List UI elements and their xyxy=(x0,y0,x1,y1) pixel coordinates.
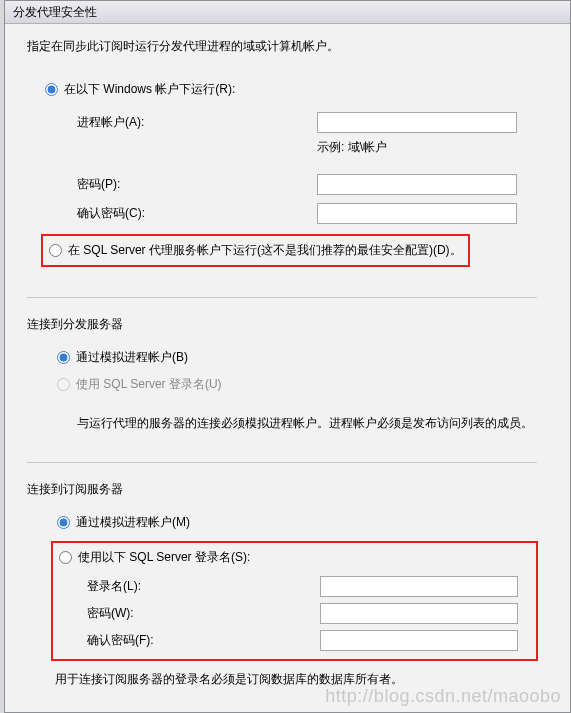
process-account-row: 进程帐户(A): xyxy=(27,112,558,133)
password-label: 密码(P): xyxy=(77,176,317,193)
titlebar: 分发代理安全性 xyxy=(5,1,570,24)
sub-password-input[interactable] xyxy=(320,603,518,624)
process-account-section: 在以下 Windows 帐户下运行(R): 进程帐户(A): 示例: 域\帐户 … xyxy=(27,81,558,267)
confirm-password-row: 确认密码(C): xyxy=(27,203,558,224)
distributor-section: 连接到分发服务器 通过模拟进程帐户(B) 使用 SQL Server 登录名(U… xyxy=(27,316,558,432)
highlight-sqlagent: 在 SQL Server 代理服务帐户下运行(这不是我们推荐的最佳安全配置)(D… xyxy=(41,234,470,267)
login-row: 登录名(L): xyxy=(59,576,518,597)
radio-windows-account-label: 在以下 Windows 帐户下运行(R): xyxy=(64,81,235,98)
radio-dist-impersonate[interactable] xyxy=(57,351,70,364)
dialog-window: 分发代理安全性 指定在同步此订阅时运行分发代理进程的域或计算机帐户。 在以下 W… xyxy=(4,0,571,713)
radio-dist-sqllogin xyxy=(57,378,70,391)
subscriber-title: 连接到订阅服务器 xyxy=(27,481,558,498)
radio-sub-sqllogin-row[interactable]: 使用以下 SQL Server 登录名(S): xyxy=(59,549,518,566)
password-input[interactable] xyxy=(317,174,517,195)
login-input[interactable] xyxy=(320,576,518,597)
divider-1 xyxy=(27,297,537,298)
distributor-title: 连接到分发服务器 xyxy=(27,316,558,333)
radio-sub-impersonate-row[interactable]: 通过模拟进程帐户(M) xyxy=(27,514,558,531)
radio-dist-sqllogin-row: 使用 SQL Server 登录名(U) xyxy=(27,376,558,393)
divider-2 xyxy=(27,462,537,463)
radio-dist-sqllogin-label: 使用 SQL Server 登录名(U) xyxy=(76,376,222,393)
highlight-sub-sqllogin: 使用以下 SQL Server 登录名(S): 登录名(L): 密码(W): 确… xyxy=(51,541,538,661)
radio-sqlagent-row[interactable]: 在 SQL Server 代理服务帐户下运行(这不是我们推荐的最佳安全配置)(D… xyxy=(49,242,462,259)
password-row: 密码(P): xyxy=(27,174,558,195)
login-label: 登录名(L): xyxy=(87,578,320,595)
radio-windows-account[interactable] xyxy=(45,83,58,96)
intro-text: 指定在同步此订阅时运行分发代理进程的域或计算机帐户。 xyxy=(27,38,558,55)
sub-password-label: 密码(W): xyxy=(87,605,320,622)
radio-dist-impersonate-row[interactable]: 通过模拟进程帐户(B) xyxy=(27,349,558,366)
radio-sub-impersonate[interactable] xyxy=(57,516,70,529)
confirm-password-label: 确认密码(C): xyxy=(77,205,317,222)
subscriber-section: 连接到订阅服务器 通过模拟进程帐户(M) 使用以下 SQL Server 登录名… xyxy=(27,481,558,688)
sub-confirm-password-label: 确认密码(F): xyxy=(87,632,320,649)
sub-password-row: 密码(W): xyxy=(59,603,518,624)
radio-sub-sqllogin-label: 使用以下 SQL Server 登录名(S): xyxy=(78,549,250,566)
process-account-label: 进程帐户(A): xyxy=(77,114,317,131)
radio-dist-impersonate-label: 通过模拟进程帐户(B) xyxy=(76,349,188,366)
subscriber-footer-note: 用于连接订阅服务器的登录名必须是订阅数据库的数据库所有者。 xyxy=(27,671,558,688)
example-text: 示例: 域\帐户 xyxy=(27,139,558,156)
radio-sqlagent[interactable] xyxy=(49,244,62,257)
confirm-password-input[interactable] xyxy=(317,203,517,224)
process-account-input[interactable] xyxy=(317,112,517,133)
dialog-content: 指定在同步此订阅时运行分发代理进程的域或计算机帐户。 在以下 Windows 帐… xyxy=(5,24,570,698)
radio-sub-impersonate-label: 通过模拟进程帐户(M) xyxy=(76,514,190,531)
radio-windows-account-row[interactable]: 在以下 Windows 帐户下运行(R): xyxy=(27,81,558,98)
radio-sqlagent-label: 在 SQL Server 代理服务帐户下运行(这不是我们推荐的最佳安全配置)(D… xyxy=(68,242,462,259)
radio-sub-sqllogin[interactable] xyxy=(59,551,72,564)
sub-confirm-password-row: 确认密码(F): xyxy=(59,630,518,651)
distributor-note: 与运行代理的服务器的连接必须模拟进程帐户。进程帐户必须是发布访问列表的成员。 xyxy=(27,415,558,432)
title-text: 分发代理安全性 xyxy=(13,5,97,19)
sub-confirm-password-input[interactable] xyxy=(320,630,518,651)
